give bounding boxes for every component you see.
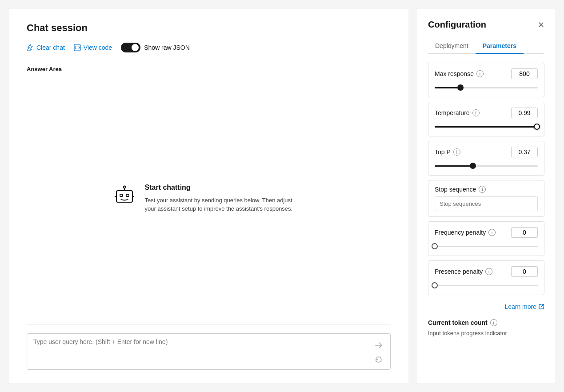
- temperature-label: Temperature: [435, 109, 470, 116]
- param-presence-penalty: Presence penalty i: [428, 260, 544, 295]
- show-raw-json-label: Show raw JSON: [144, 44, 190, 51]
- frequency-penalty-slider-container: [435, 242, 538, 250]
- tabs: Deployment Parameters: [428, 39, 544, 54]
- svg-rect-2: [120, 194, 123, 196]
- start-chatting-heading: Start chatting: [145, 184, 305, 192]
- top-p-slider-fill: [435, 165, 473, 167]
- max-response-label: Max response: [435, 70, 474, 77]
- svg-rect-3: [126, 194, 129, 196]
- clear-chat-button[interactable]: Clear chat: [27, 44, 65, 51]
- chat-input-area: [27, 333, 391, 370]
- tab-deployment[interactable]: Deployment: [428, 39, 476, 54]
- chat-start-text: Start chatting Test your assistant by se…: [145, 184, 305, 213]
- current-token-info-icon[interactable]: i: [490, 319, 497, 326]
- current-token-section: Current token count i Input tokens progr…: [428, 319, 544, 336]
- token-progress-text: Input tokens progress indicator: [428, 330, 544, 336]
- start-chatting-description: Test your assistant by sending queries b…: [145, 196, 305, 213]
- top-p-info-icon[interactable]: i: [453, 148, 460, 156]
- right-panel: Configuration ✕ Deployment Parameters Ma…: [417, 9, 555, 383]
- refresh-button[interactable]: [373, 354, 384, 365]
- code-icon: [74, 44, 81, 51]
- max-response-info-icon[interactable]: i: [476, 70, 484, 77]
- top-p-label: Top P: [435, 148, 451, 156]
- top-p-input[interactable]: [511, 147, 538, 157]
- top-p-slider-container: [435, 162, 538, 170]
- frequency-penalty-slider-thumb[interactable]: [432, 243, 438, 249]
- view-code-button[interactable]: View code: [74, 44, 112, 51]
- chat-start-content: Start chatting Test your assistant by se…: [113, 184, 305, 213]
- chat-action-buttons: [373, 338, 384, 365]
- max-response-slider-container: [435, 84, 538, 92]
- presence-penalty-label: Presence penalty: [435, 268, 483, 275]
- presence-penalty-slider-container: [435, 281, 538, 289]
- chat-start-area: Start chatting Test your assistant by se…: [27, 81, 391, 315]
- chat-input[interactable]: [33, 338, 370, 363]
- config-header: Configuration ✕: [428, 20, 544, 30]
- send-button[interactable]: [373, 340, 384, 351]
- show-raw-json-toggle[interactable]: [121, 43, 140, 52]
- left-panel: Chat session Clear chat View code: [9, 9, 408, 383]
- stop-sequence-input[interactable]: [435, 196, 538, 211]
- bot-icon: [113, 184, 136, 207]
- presence-penalty-input[interactable]: [511, 266, 538, 277]
- param-top-p: Top P i: [428, 141, 544, 176]
- broom-icon: [27, 44, 34, 51]
- frequency-penalty-info-icon[interactable]: i: [488, 229, 496, 236]
- temperature-slider-thumb[interactable]: [534, 124, 540, 130]
- svg-point-5: [123, 186, 125, 188]
- page-title: Chat session: [27, 22, 391, 34]
- temperature-info-icon[interactable]: i: [472, 109, 480, 116]
- show-raw-json-toggle-group: Show raw JSON: [121, 43, 190, 52]
- frequency-penalty-input[interactable]: [511, 227, 538, 238]
- presence-penalty-slider-thumb[interactable]: [432, 282, 438, 288]
- max-response-input[interactable]: [511, 68, 538, 79]
- stop-sequence-label: Stop sequence: [435, 186, 476, 193]
- frequency-penalty-label: Frequency penalty: [435, 229, 486, 236]
- refresh-icon: [374, 355, 383, 364]
- param-frequency-penalty: Frequency penalty i: [428, 221, 544, 256]
- stop-sequence-info-icon[interactable]: i: [479, 186, 486, 193]
- learn-more-link[interactable]: Learn more: [428, 303, 544, 310]
- temperature-slider-container: [435, 123, 538, 131]
- tab-parameters[interactable]: Parameters: [476, 39, 524, 54]
- max-response-slider-fill: [435, 87, 460, 88]
- config-title: Configuration: [428, 20, 486, 30]
- presence-penalty-info-icon[interactable]: i: [485, 268, 492, 275]
- close-button[interactable]: ✕: [538, 20, 544, 30]
- temperature-slider-fill: [435, 126, 537, 128]
- answer-area: Answer Area Start chatting: [27, 66, 391, 370]
- param-stop-sequence: Stop sequence i: [428, 180, 544, 217]
- temperature-input[interactable]: [511, 108, 538, 118]
- send-icon: [374, 341, 383, 350]
- max-response-slider-thumb[interactable]: [457, 84, 464, 91]
- toolbar: Clear chat View code Show raw JSON: [27, 43, 391, 52]
- current-token-label: Current token count: [428, 319, 488, 326]
- param-temperature: Temperature i: [428, 102, 544, 136]
- chat-divider: [27, 324, 391, 324]
- param-max-response: Max response i: [428, 63, 544, 97]
- top-p-slider-thumb[interactable]: [470, 163, 476, 169]
- answer-area-label: Answer Area: [27, 66, 391, 72]
- external-link-icon: [538, 304, 544, 310]
